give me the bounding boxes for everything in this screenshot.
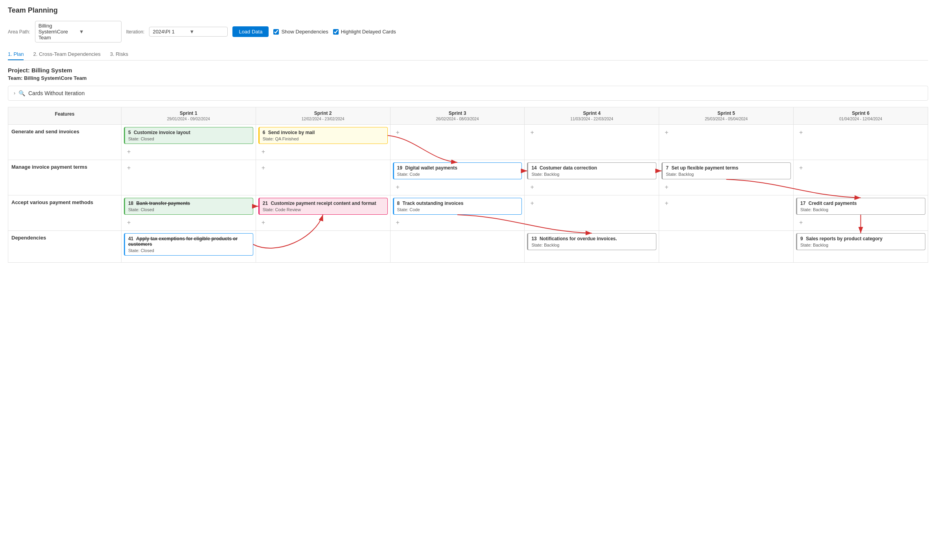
load-data-button[interactable]: Load Data — [232, 26, 269, 37]
card-13[interactable]: 13 Notifications for overdue invoices. S… — [527, 233, 656, 250]
project-title: Project: Billing System — [8, 67, 928, 74]
cell-f2-s4: + — [659, 195, 794, 231]
add-btn-f2-s4[interactable]: + — [664, 199, 669, 207]
iteration-label: Iteration: — [126, 29, 145, 35]
sprint4-header: Sprint 4 11/03/2024 - 22/03/2024 — [525, 107, 659, 125]
card-21-name: Customize payment receipt content and fo… — [271, 201, 376, 206]
cell-f0-s5: + — [794, 125, 928, 160]
area-path-chevron-icon: ▼ — [79, 29, 118, 35]
add-btn-f2-s2[interactable]: + — [395, 219, 400, 227]
card-21-id: 21 — [263, 201, 268, 206]
add-btn-f0-s5[interactable]: + — [798, 129, 803, 136]
tab-plan[interactable]: 1. Plan — [8, 49, 24, 60]
add-btn-f1-s4[interactable]: + — [664, 183, 669, 191]
add-btn-f0-s1[interactable]: + — [261, 148, 266, 156]
cell-f2-s5: 17 Credit card payments State: Backlog + — [794, 195, 928, 231]
card-19[interactable]: 19 Digital wallet payments State: Code — [393, 162, 522, 179]
add-btn-f1-s0[interactable]: + — [126, 164, 131, 172]
card-14-state: State: Backlog — [531, 172, 653, 177]
feature-accept-payments: Accept various payment methods — [8, 195, 122, 231]
add-btn-f0-s4[interactable]: + — [664, 129, 669, 136]
add-btn-f2-s1[interactable]: + — [261, 219, 266, 227]
card-41-name: Apply tax exemptions for eligible produc… — [128, 236, 238, 247]
card-18-id: 18 — [128, 201, 133, 206]
toolbar: Area Path: Billing System\Core Team ▼ It… — [8, 21, 928, 42]
cell-dep-s0: 41 Apply tax exemptions for eligible pro… — [121, 231, 256, 263]
cell-f1-s4: 7 Set up flexible payment terms State: B… — [659, 160, 794, 195]
cell-dep-s3: 13 Notifications for overdue invoices. S… — [525, 231, 659, 263]
feature-manage-terms: Manage invoice payment terms — [8, 160, 122, 195]
card-14[interactable]: 14 Costumer data correction State: Backl… — [527, 162, 656, 179]
card-13-id: 13 — [531, 236, 536, 241]
card-5-name: Customize invoice layout — [134, 130, 190, 135]
sprint5-header: Sprint 5 25/03/2024 - 05/04/2024 — [659, 107, 794, 125]
card-6[interactable]: 6 Send invoice by mail State: QA Finishe… — [258, 127, 388, 144]
add-btn-f1-s3[interactable]: + — [529, 183, 534, 191]
add-btn-f2-s0[interactable]: + — [126, 219, 131, 227]
add-btn-f1-s2[interactable]: + — [395, 183, 400, 191]
card-9[interactable]: 9 Sales reports by product category Stat… — [796, 233, 925, 250]
page-title: Team Planning — [8, 6, 928, 15]
card-5-state: State: Closed — [128, 136, 250, 141]
show-dependencies-checkbox[interactable] — [273, 29, 279, 35]
card-9-state: State: Backlog — [800, 243, 922, 247]
cell-f0-s4: + — [659, 125, 794, 160]
features-header: Features — [8, 107, 122, 125]
cell-f1-s1: + — [256, 160, 390, 195]
add-btn-f0-s0[interactable]: + — [126, 148, 131, 156]
project-team: Team: Billing System\Core Team — [8, 75, 928, 81]
card-41[interactable]: 41 Apply tax exemptions for eligible pro… — [124, 233, 253, 256]
row-accept-payments: Accept various payment methods 18 Bank t… — [8, 195, 928, 231]
cell-f1-s2: 19 Digital wallet payments State: Code + — [390, 160, 525, 195]
cell-f1-s5: + — [794, 160, 928, 195]
cell-f0-s3: + — [525, 125, 659, 160]
card-14-id: 14 — [531, 165, 536, 171]
card-13-name: Notifications for overdue invoices. — [540, 236, 617, 241]
add-btn-f2-s5[interactable]: + — [798, 219, 803, 227]
card-41-id: 41 — [128, 236, 133, 241]
card-5[interactable]: 5 Customize invoice layout State: Closed — [124, 127, 253, 144]
feature-generate-invoices: Generate and send invoices — [8, 125, 122, 160]
add-btn-f0-s3[interactable]: + — [529, 129, 534, 136]
add-btn-f1-s5[interactable]: + — [798, 164, 803, 172]
sprint3-header: Sprint 3 26/02/2024 - 08/03/2024 — [390, 107, 525, 125]
cell-f0-s0: 5 Customize invoice layout State: Closed… — [121, 125, 256, 160]
cell-f2-s2: 8 Track outstanding invoices State: Code… — [390, 195, 525, 231]
cell-dep-s2 — [390, 231, 525, 263]
cell-f2-s3: + — [525, 195, 659, 231]
highlight-delayed-checkbox[interactable] — [333, 29, 339, 35]
cell-f1-s0: + — [121, 160, 256, 195]
sprint1-header: Sprint 1 29/01/2024 - 09/02/2024 — [121, 107, 256, 125]
expand-icon: › — [14, 90, 15, 96]
card-5-id: 5 — [128, 130, 131, 135]
card-7[interactable]: 7 Set up flexible payment terms State: B… — [661, 162, 791, 179]
tab-cross-team[interactable]: 2. Cross-Team Dependencies — [33, 49, 100, 60]
project-info: Project: Billing System Team: Billing Sy… — [8, 67, 928, 81]
row-manage-payment-terms: Manage invoice payment terms + + — [8, 160, 928, 195]
add-btn-f2-s3[interactable]: + — [529, 199, 534, 207]
highlight-delayed-label: Highlight Delayed Cards — [341, 29, 396, 35]
card-21[interactable]: 21 Customize payment receipt content and… — [258, 198, 388, 215]
row-generate-invoices: Generate and send invoices 5 Customize i… — [8, 125, 928, 160]
area-path-select[interactable]: Billing System\Core Team ▼ — [35, 21, 122, 42]
card-17[interactable]: 17 Credit card payments State: Backlog — [796, 198, 925, 215]
cards-without-iteration[interactable]: › 🔍 Cards Without Iteration — [8, 86, 928, 101]
card-19-state: State: Code — [397, 172, 519, 177]
sprint2-header: Sprint 2 12/02/2024 - 23/02/2024 — [256, 107, 390, 125]
cell-f2-s1: 21 Customize payment receipt content and… — [256, 195, 390, 231]
iteration-select[interactable]: 2024\PI 1 ▼ — [149, 27, 228, 37]
card-8[interactable]: 8 Track outstanding invoices State: Code — [393, 198, 522, 215]
add-btn-f1-s1[interactable]: + — [261, 164, 266, 172]
card-19-id: 19 — [397, 165, 402, 171]
add-btn-f0-s2[interactable]: + — [395, 129, 400, 136]
table-wrapper: Features Sprint 1 29/01/2024 - 09/02/202… — [8, 107, 928, 263]
cell-f1-s3: 14 Costumer data correction State: Backl… — [525, 160, 659, 195]
card-7-name: Set up flexible payment terms — [671, 165, 738, 171]
card-6-id: 6 — [263, 130, 265, 135]
nav-tabs: 1. Plan 2. Cross-Team Dependencies 3. Ri… — [8, 49, 928, 61]
cell-dep-s5: 9 Sales reports by product category Stat… — [794, 231, 928, 263]
highlight-delayed-group: Highlight Delayed Cards — [333, 29, 396, 35]
card-18[interactable]: 18 Bank transfer payments State: Closed — [124, 198, 253, 215]
tab-risks[interactable]: 3. Risks — [110, 49, 128, 60]
card-18-state: State: Closed — [128, 207, 250, 212]
